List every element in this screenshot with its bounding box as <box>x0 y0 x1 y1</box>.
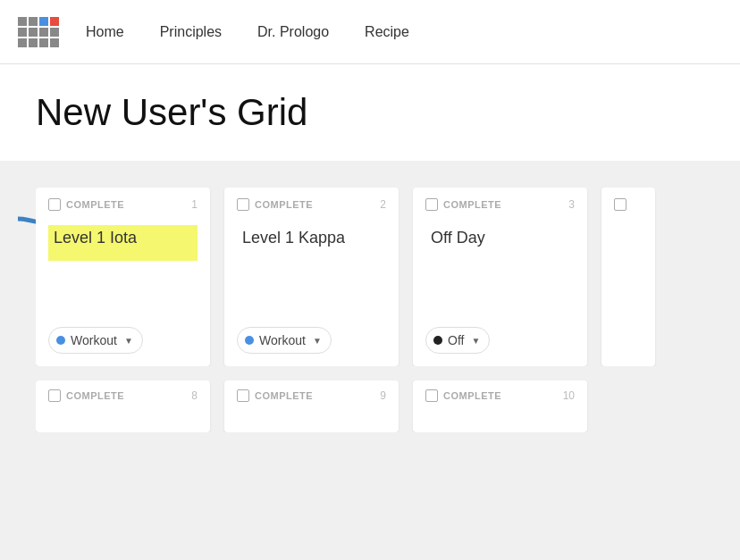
card-1-complete-label: COMPLETE <box>66 199 124 210</box>
card-3-dot <box>433 336 442 345</box>
card-1-checkbox[interactable] <box>48 198 61 211</box>
card-2-checkbox[interactable] <box>237 198 249 211</box>
main-content: New User's Grid COMPLETE 1 <box>0 64 740 459</box>
card-10-number: 10 <box>563 389 575 402</box>
card-2-title: Level 1 Kappa <box>237 225 386 261</box>
card-3-dropdown[interactable]: Off ▼ <box>425 327 490 354</box>
card-9-checkbox[interactable] <box>237 389 249 402</box>
card-4 <box>601 188 655 366</box>
navbar: Home Principles Dr. Prologo Recipe <box>0 0 740 64</box>
card-8-checkbox[interactable] <box>48 389 61 402</box>
card-2-dropdown[interactable]: Workout ▼ <box>237 327 332 354</box>
nav-principles[interactable]: Principles <box>160 24 222 39</box>
card-4-header <box>614 198 643 211</box>
card-3-title: Off Day <box>425 225 575 261</box>
page-title-section: New User's Grid <box>0 64 740 161</box>
grid-area: COMPLETE 1 Level 1 Iota Workout ▼ COM <box>0 161 740 459</box>
nav-links: Home Principles Dr. Prologo Recipe <box>86 24 409 40</box>
card-2-chevron-icon: ▼ <box>313 336 322 346</box>
card-10-complete-label: COMPLETE <box>443 390 501 401</box>
card-9-complete-label: COMPLETE <box>255 390 313 401</box>
card-4-checkbox[interactable] <box>614 198 626 211</box>
card-1-dot <box>56 336 65 345</box>
cards-row-2: COMPLETE 8 COMPLETE 9 <box>36 380 704 432</box>
card-2: COMPLETE 2 Level 1 Kappa Workout ▼ <box>224 188 399 366</box>
card-3-dropdown-label: Off <box>448 333 464 347</box>
card-9-number: 9 <box>380 389 386 402</box>
card-3-complete-label: COMPLETE <box>443 199 501 210</box>
card-2-complete-label: COMPLETE <box>255 199 313 210</box>
nav-dr-prologo[interactable]: Dr. Prologo <box>257 24 329 39</box>
cards-row-1: COMPLETE 1 Level 1 Iota Workout ▼ COM <box>36 188 704 366</box>
card-8: COMPLETE 8 <box>36 380 210 432</box>
card-1: COMPLETE 1 Level 1 Iota Workout ▼ <box>36 188 210 366</box>
card-2-dropdown-label: Workout <box>259 333 306 347</box>
card-3-chevron-icon: ▼ <box>471 336 480 346</box>
nav-home[interactable]: Home <box>86 24 124 39</box>
card-1-chevron-icon: ▼ <box>124 336 133 346</box>
card-1-number: 1 <box>191 198 198 211</box>
page-title: New User's Grid <box>36 91 704 134</box>
card-3-number: 3 <box>568 198 575 211</box>
card-10: COMPLETE 10 <box>413 380 587 432</box>
logo <box>18 17 59 47</box>
card-2-header: COMPLETE 2 <box>237 198 386 211</box>
card-3: COMPLETE 3 Off Day Off ▼ <box>413 188 587 366</box>
card-9: COMPLETE 9 <box>224 380 399 432</box>
card-1-dropdown[interactable]: Workout ▼ <box>48 327 143 354</box>
card-2-number: 2 <box>380 198 386 211</box>
card-8-number: 8 <box>191 389 198 402</box>
card-3-checkbox[interactable] <box>425 198 438 211</box>
card-1-dropdown-label: Workout <box>71 333 117 347</box>
card-1-title: Level 1 Iota <box>48 225 198 261</box>
card-3-header: COMPLETE 3 <box>425 198 575 211</box>
card-1-header: COMPLETE 1 <box>48 198 198 211</box>
card-8-complete-label: COMPLETE <box>66 390 124 401</box>
card-10-checkbox[interactable] <box>425 389 438 402</box>
nav-recipe[interactable]: Recipe <box>365 24 409 39</box>
card-2-dot <box>245 336 254 345</box>
